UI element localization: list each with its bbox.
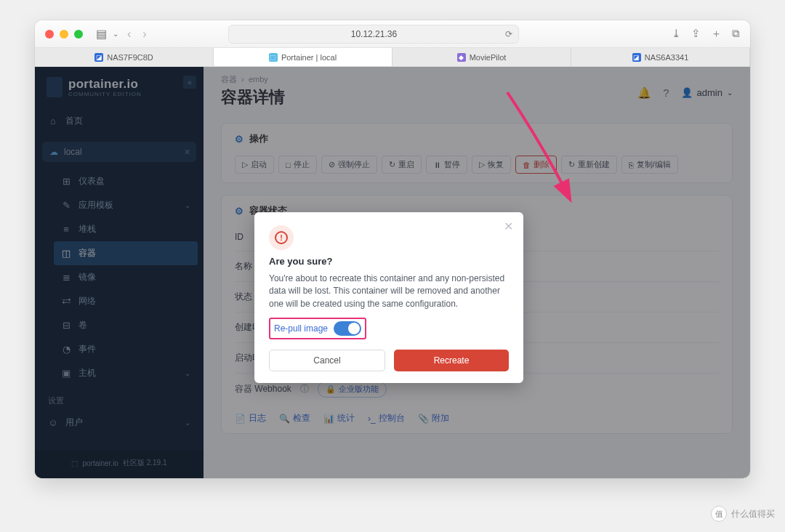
tabs-overview-icon[interactable]: ⧉ (732, 27, 740, 41)
back-icon[interactable]: ‹ (124, 28, 134, 41)
modal-title: Are you sure? (269, 256, 509, 267)
share-icon[interactable]: ⇪ (691, 27, 701, 41)
new-tab-icon[interactable]: ＋ (711, 27, 722, 41)
confirm-modal: ✕ ! Are you sure? You're about to recrea… (254, 212, 523, 383)
dropdown-icon[interactable]: ⌄ (113, 30, 118, 38)
tab-icon: ◪ (632, 53, 641, 62)
repull-toggle-row: Re-pull image (269, 318, 366, 339)
url-bar[interactable]: 10.12.21.36 ⟳ (228, 25, 519, 44)
close-icon[interactable]: ✕ (504, 219, 513, 233)
tab-nas2[interactable]: ◪NAS6A3341 (571, 48, 750, 66)
sidebar-toggle-icon[interactable]: ▤ (96, 27, 107, 41)
tab-portainer[interactable]: ⬚Portainer | local (214, 48, 392, 66)
toggle-label: Re-pull image (274, 323, 328, 334)
forward-icon[interactable]: › (140, 28, 149, 41)
watermark: 值 什么值得买 (711, 506, 775, 522)
alert-icon: ! (269, 225, 294, 250)
refresh-icon[interactable]: ⟳ (505, 29, 512, 39)
url-text: 10.12.21.36 (351, 29, 397, 39)
app: portainer.io COMMUNITY EDITION « ⌂首页 ☁ l… (35, 67, 750, 478)
repull-toggle[interactable] (334, 321, 361, 336)
watermark-icon: 值 (711, 506, 727, 522)
maximize-window-icon[interactable] (74, 30, 83, 39)
tab-icon: ◪ (94, 53, 103, 62)
tab-moviepilot[interactable]: ◆MoviePilot (392, 48, 571, 66)
minimize-window-icon[interactable] (60, 30, 68, 39)
close-window-icon[interactable] (45, 30, 54, 39)
browser-window: ▤ ⌄ ‹ › 10.12.21.36 ⟳ ⤓ ⇪ ＋ ⧉ ◪NAS7F9C8D… (35, 20, 750, 478)
window-controls (45, 30, 83, 39)
tab-icon: ◆ (457, 53, 466, 62)
titlebar: ▤ ⌄ ‹ › 10.12.21.36 ⟳ ⤓ ⇪ ＋ ⧉ (35, 20, 750, 48)
tab-icon: ⬚ (269, 53, 278, 62)
download-icon[interactable]: ⤓ (672, 27, 681, 41)
recreate-confirm-button[interactable]: Recreate (394, 350, 509, 371)
tab-nas1[interactable]: ◪NAS7F9C8D (35, 48, 214, 66)
tab-strip: ◪NAS7F9C8D ⬚Portainer | local ◆MoviePilo… (35, 48, 750, 67)
cancel-button[interactable]: Cancel (269, 350, 385, 371)
modal-body: You're about to recreate this container … (269, 273, 509, 310)
